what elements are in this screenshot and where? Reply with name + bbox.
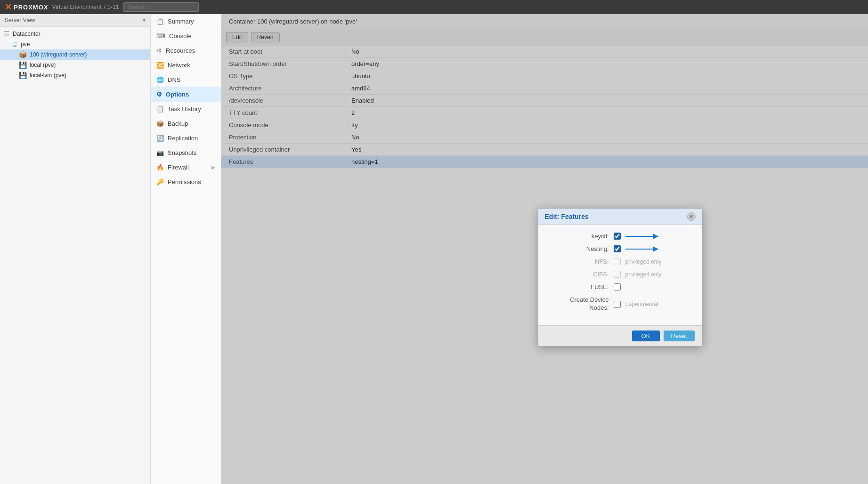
resources-icon: ⚙ [156,47,162,54]
nfs-label: NFS: [548,258,609,265]
cifs-extra-label: privileged only [625,271,662,278]
dns-icon: 🌐 [156,76,164,83]
nfs-checkbox[interactable] [614,258,621,265]
nav-label-permissions: Permissions [168,178,201,186]
modal-header: Edit: Features ✕ [538,209,702,225]
keyctl-arrow [625,233,663,240]
main-layout: Server View ▾ ☰ Datacenter 🖥 pve 📦 100 (… [0,14,868,484]
sidebar-item-datacenter[interactable]: ☰ Datacenter [0,29,150,39]
nav-label-network: Network [168,62,190,69]
summary-icon: 📋 [156,18,164,25]
sidebar-item-local-lvm-pve-label: local-lvm (pve) [30,72,66,79]
nav-item-permissions[interactable]: 🔑 Permissions [151,175,221,189]
tree-area: ☰ Datacenter 🖥 pve 📦 100 (wireguard-serv… [0,27,150,484]
topbar: ✕ PROXMOX Virtual Environment 7.0-11 [0,0,868,14]
network-icon: 🔀 [156,62,164,69]
nesting-arrow [625,246,663,252]
device-nodes-checkbox[interactable] [614,301,621,308]
nfs-extra-label: privileged only [625,258,662,265]
cifs-label: CIFS: [548,271,609,278]
sidebar-item-pve-label: pve [21,41,30,48]
nav-label-task-history: Task History [168,105,201,113]
local-pve-icon: 💾 [19,61,27,69]
nav-item-console[interactable]: ⌨ Console [151,29,221,43]
nav-label-console: Console [169,32,192,40]
backup-icon: 📦 [156,120,164,127]
firewall-expand-icon: ▶ [211,165,215,170]
sidebar-item-local-pve[interactable]: 💾 local (pve) [0,60,150,70]
keyctl-checkbox[interactable] [614,233,621,240]
modal-row-nfs: NFS: privileged only [548,258,693,265]
nesting-label: Nesting: [548,245,609,252]
sidebar-item-ct100[interactable]: 📦 100 (wireguard-server) [0,49,150,60]
nav-label-snapshots: Snapshots [168,149,196,156]
options-icon: ⚙ [156,91,162,98]
nav-item-backup[interactable]: 📦 Backup [151,116,221,131]
modal-row-cifs: CIFS: privileged only [548,271,693,278]
modal-row-device-nodes: Create DeviceNodes: Experimental [548,296,693,312]
modal-footer: OK Reset [538,325,702,346]
cifs-checkbox[interactable] [614,271,621,278]
nav-label-summary: Summary [168,18,194,25]
nav-item-snapshots[interactable]: 📷 Snapshots [151,145,221,160]
server-view-header: Server View ▾ [0,14,150,27]
modal-row-keyctl: keyctl: [548,233,693,240]
nav-label-dns: DNS [168,76,180,83]
modal-row-nesting: Nesting: [548,245,693,252]
server-view-label: Server View [5,17,35,24]
local-lvm-icon: 💾 [19,72,27,79]
server-view-collapse-icon[interactable]: ▾ [143,17,146,24]
permissions-icon: 🔑 [156,178,164,186]
task-history-icon: 📋 [156,105,164,113]
sidebar: Server View ▾ ☰ Datacenter 🖥 pve 📦 100 (… [0,14,151,484]
sidebar-item-ct100-label: 100 (wireguard-server) [30,51,87,58]
nav-panel: 📋 Summary ⌨ Console ⚙ Resources 🔀 Networ… [151,14,221,484]
logo-proxmox-text: PROXMOX [14,4,48,11]
replication-icon: 🔄 [156,135,164,142]
ct100-icon: 📦 [19,51,27,58]
modal-close-button[interactable]: ✕ [687,212,696,221]
ok-button[interactable]: OK [632,331,660,341]
modal-row-fuse: FUSE: [548,283,693,290]
nav-item-task-history[interactable]: 📋 Task History [151,102,221,116]
logo-x-icon: ✕ [5,2,12,12]
modal-body: keyctl: Nesting: [538,225,702,325]
datacenter-icon: ☰ [4,30,10,38]
nav-label-resources: Resources [166,47,195,54]
device-nodes-label: Create DeviceNodes: [548,296,609,312]
reset-button[interactable]: Reset [664,331,695,341]
nav-label-options: Options [166,91,189,98]
nav-item-dns[interactable]: 🌐 DNS [151,73,221,87]
nav-item-resources[interactable]: ⚙ Resources [151,43,221,58]
pve-icon: 🖥 [11,40,18,48]
modal-overlay: Edit: Features ✕ keyctl: [221,14,868,484]
nav-item-summary[interactable]: 📋 Summary [151,14,221,29]
sidebar-item-local-lvm-pve[interactable]: 💾 local-lvm (pve) [0,70,150,81]
nav-label-backup: Backup [168,120,188,127]
logo-ve-text: Virtual Environment 7.0-11 [52,4,119,10]
logo: ✕ PROXMOX Virtual Environment 7.0-11 [5,2,119,12]
nav-item-options[interactable]: ⚙ Options [151,87,221,102]
modal-title: Edit: Features [545,213,589,220]
sidebar-item-local-pve-label: local (pve) [30,62,56,68]
sidebar-item-pve[interactable]: 🖥 pve [0,39,150,49]
nav-item-replication[interactable]: 🔄 Replication [151,131,221,145]
device-nodes-extra-label: Experimental [625,301,658,307]
fuse-checkbox[interactable] [614,283,621,290]
firewall-icon: 🔥 [156,164,164,171]
nav-item-firewall[interactable]: 🔥 Firewall ▶ [151,160,221,175]
sidebar-item-datacenter-label: Datacenter [13,31,41,37]
search-input[interactable] [123,2,199,12]
content-area: Container 100 (wireguard-server) on node… [221,14,868,484]
nav-label-replication: Replication [168,135,198,142]
nav-label-firewall: Firewall [168,164,189,171]
nesting-checkbox[interactable] [614,245,621,252]
fuse-label: FUSE: [548,283,609,290]
console-icon: ⌨ [156,32,165,40]
keyctl-label: keyctl: [548,233,609,240]
edit-features-modal: Edit: Features ✕ keyctl: [538,208,703,347]
snapshots-icon: 📷 [156,149,164,156]
nav-item-network[interactable]: 🔀 Network [151,58,221,73]
